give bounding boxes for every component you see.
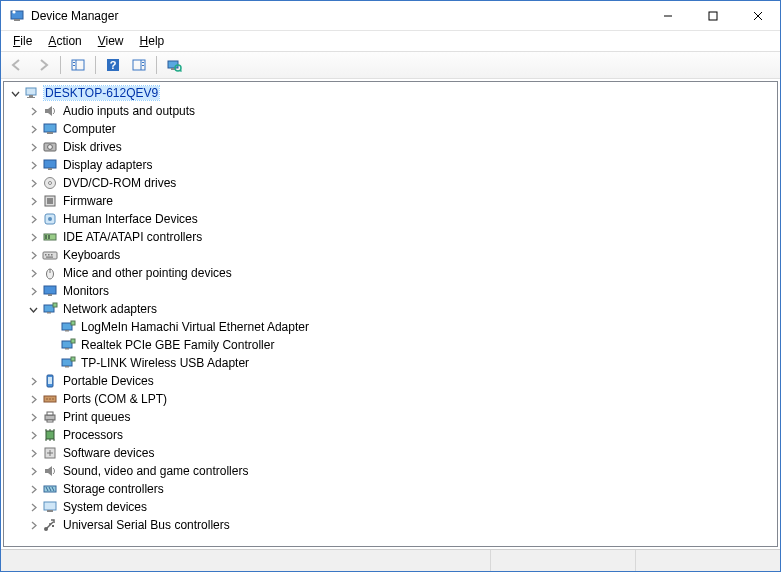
tree-device[interactable]: TP-LINK Wireless USB Adapter <box>4 354 777 372</box>
firmware-icon <box>42 193 58 209</box>
svg-rect-53 <box>71 321 75 325</box>
tree-category[interactable]: Mice and other pointing devices <box>4 264 777 282</box>
tree-category[interactable]: Disk drives <box>4 138 777 156</box>
menu-help[interactable]: Help <box>132 32 173 50</box>
expand-icon[interactable] <box>26 500 40 514</box>
expand-icon[interactable] <box>26 248 40 262</box>
software-icon <box>42 445 58 461</box>
show-hide-tree-button[interactable] <box>66 54 90 76</box>
tree-category[interactable]: Computer <box>4 120 777 138</box>
cpu-icon <box>42 427 58 443</box>
system-icon <box>42 499 58 515</box>
svg-rect-79 <box>47 510 53 512</box>
expand-icon[interactable] <box>26 230 40 244</box>
svg-rect-47 <box>48 294 52 296</box>
tree-category[interactable]: Universal Serial Bus controllers <box>4 516 777 534</box>
menu-file[interactable]: File <box>5 32 40 50</box>
close-button[interactable] <box>735 1 780 30</box>
expand-icon[interactable] <box>26 464 40 478</box>
window-controls <box>645 1 780 30</box>
forward-button[interactable] <box>31 54 55 76</box>
tree-category[interactable]: Sound, video and game controllers <box>4 462 777 480</box>
expand-icon[interactable] <box>26 446 40 460</box>
tree-root[interactable]: DESKTOP-612QEV9 <box>4 84 777 102</box>
tree-category[interactable]: System devices <box>4 498 777 516</box>
expand-icon[interactable] <box>26 158 40 172</box>
action-panel-button[interactable] <box>127 54 151 76</box>
svg-point-35 <box>48 217 52 221</box>
tree-label: Monitors <box>62 284 110 298</box>
tree-label: Sound, video and game controllers <box>62 464 249 478</box>
maximize-button[interactable] <box>690 1 735 30</box>
svg-rect-56 <box>71 339 75 343</box>
tree-category[interactable]: Software devices <box>4 444 777 462</box>
tree-category[interactable]: Storage controllers <box>4 480 777 498</box>
help-button[interactable]: ? <box>101 54 125 76</box>
tree-device[interactable]: LogMeIn Hamachi Virtual Ethernet Adapter <box>4 318 777 336</box>
tree-category[interactable]: Monitors <box>4 282 777 300</box>
tree-label: Keyboards <box>62 248 121 262</box>
svg-rect-29 <box>48 168 52 170</box>
toolbar: ? <box>1 51 780 79</box>
collapse-icon[interactable] <box>26 302 40 316</box>
menu-view[interactable]: View <box>90 32 132 50</box>
device-tree[interactable]: DESKTOP-612QEV9 Audio inputs and outputs… <box>3 81 778 547</box>
audio-icon <box>42 103 58 119</box>
expand-icon[interactable] <box>26 176 40 190</box>
tree-category[interactable]: Audio inputs and outputs <box>4 102 777 120</box>
tree-label: Universal Serial Bus controllers <box>62 518 231 532</box>
expand-icon[interactable] <box>26 374 40 388</box>
menu-action[interactable]: Action <box>40 32 89 50</box>
collapse-icon[interactable] <box>8 86 22 100</box>
tree-category[interactable]: IDE ATA/ATAPI controllers <box>4 228 777 246</box>
tree-label: Realtek PCIe GBE Family Controller <box>80 338 275 352</box>
tree-label: Mice and other pointing devices <box>62 266 233 280</box>
tree-label: Display adapters <box>62 158 153 172</box>
tree-category[interactable]: Portable Devices <box>4 372 777 390</box>
expand-icon[interactable] <box>26 392 40 406</box>
svg-rect-21 <box>26 88 36 95</box>
expand-icon[interactable] <box>26 482 40 496</box>
tree-device[interactable]: Realtek PCIe GBE Family Controller <box>4 336 777 354</box>
svg-rect-16 <box>142 65 144 66</box>
svg-rect-41 <box>48 254 50 256</box>
ide-icon <box>42 229 58 245</box>
expand-icon[interactable] <box>26 122 40 136</box>
statusbar <box>1 549 780 571</box>
expand-icon[interactable] <box>26 140 40 154</box>
usb-icon <box>42 517 58 533</box>
tree-category[interactable]: Human Interface Devices <box>4 210 777 228</box>
tree-category[interactable]: Print queues <box>4 408 777 426</box>
expand-icon[interactable] <box>26 518 40 532</box>
expand-icon[interactable] <box>26 104 40 118</box>
svg-rect-67 <box>47 412 53 415</box>
tree-category[interactable]: Processors <box>4 426 777 444</box>
expand-icon[interactable] <box>26 284 40 298</box>
svg-rect-4 <box>709 12 717 20</box>
expand-icon[interactable] <box>26 212 40 226</box>
expand-icon[interactable] <box>26 428 40 442</box>
status-cell <box>491 550 636 571</box>
tree-category[interactable]: Ports (COM & LPT) <box>4 390 777 408</box>
svg-rect-17 <box>168 61 178 68</box>
back-button[interactable] <box>5 54 29 76</box>
menubar: File Action View Help <box>1 31 780 51</box>
tree-category[interactable]: DVD/CD-ROM drives <box>4 174 777 192</box>
tree-label: Computer <box>62 122 117 136</box>
scan-hardware-button[interactable] <box>162 54 186 76</box>
svg-rect-50 <box>53 303 57 307</box>
tree-category[interactable]: Display adapters <box>4 156 777 174</box>
svg-rect-55 <box>65 348 69 350</box>
toolbar-separator <box>95 56 96 74</box>
svg-point-65 <box>52 398 54 400</box>
portable-icon <box>42 373 58 389</box>
tree-category[interactable]: Keyboards <box>4 246 777 264</box>
tree-category[interactable]: Firmware <box>4 192 777 210</box>
expand-icon[interactable] <box>26 194 40 208</box>
tree-category[interactable]: Network adapters <box>4 300 777 318</box>
svg-point-27 <box>48 145 53 150</box>
tree-label: Portable Devices <box>62 374 155 388</box>
expand-icon[interactable] <box>26 266 40 280</box>
expand-icon[interactable] <box>26 410 40 424</box>
minimize-button[interactable] <box>645 1 690 30</box>
